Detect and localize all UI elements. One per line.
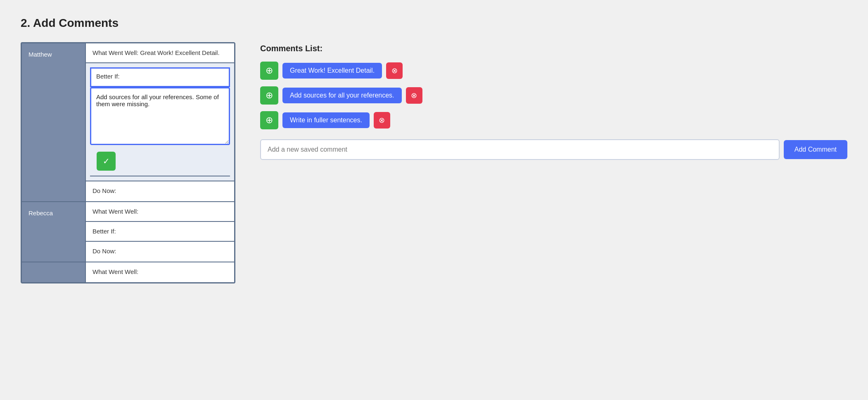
x-circle-icon-1: ⊗ bbox=[391, 66, 398, 75]
remove-comment-button-3[interactable]: ⊗ bbox=[374, 112, 390, 129]
add-comment-submit-button[interactable]: Add Comment bbox=[784, 140, 847, 159]
comment-item-2: ⊕ Add sources for all your references. ⊗ bbox=[260, 86, 847, 105]
student-row-matthew: Matthew What Went Well: Great Work! Exce… bbox=[22, 43, 234, 202]
matthew-confirm-button[interactable]: ✓ bbox=[97, 152, 116, 171]
new-comment-input[interactable] bbox=[260, 139, 780, 160]
comments-list-title: Comments List: bbox=[260, 44, 847, 53]
rebecca-better-if: Better If: bbox=[86, 222, 234, 242]
page-title: 2. Add Comments bbox=[21, 17, 847, 30]
plus-icon-3: ⊕ bbox=[266, 115, 273, 126]
comment-text-button-3[interactable]: Write in fuller sentences. bbox=[282, 112, 370, 128]
matthew-better-if-textarea[interactable]: Add sources for all your references. Som… bbox=[90, 87, 230, 145]
comment-item-1: ⊕ Great Work! Excellent Detail. ⊗ bbox=[260, 62, 847, 80]
matthew-what-went-well: What Went Well: Great Work! Excellent De… bbox=[86, 43, 234, 63]
matthew-feedback-col: What Went Well: Great Work! Excellent De… bbox=[86, 43, 234, 201]
x-circle-icon-2: ⊗ bbox=[411, 91, 417, 100]
student-name-rebecca: Rebecca bbox=[22, 202, 86, 262]
comment-text-button-1[interactable]: Great Work! Excellent Detail. bbox=[282, 63, 382, 79]
add-to-feedback-button-1[interactable]: ⊕ bbox=[260, 62, 278, 80]
student-name-partial bbox=[22, 262, 86, 282]
student-table: Matthew What Went Well: Great Work! Exce… bbox=[21, 42, 235, 283]
add-to-feedback-button-3[interactable]: ⊕ bbox=[260, 111, 278, 129]
comment-item-3: ⊕ Write in fuller sentences. ⊗ bbox=[260, 111, 847, 129]
rebecca-feedback-col: What Went Well: Better If: Do Now: bbox=[86, 202, 234, 262]
main-content: Matthew What Went Well: Great Work! Exce… bbox=[21, 42, 847, 283]
plus-icon-2: ⊕ bbox=[266, 90, 273, 101]
add-to-feedback-button-2[interactable]: ⊕ bbox=[260, 86, 278, 105]
matthew-confirm-wrapper: ✓ bbox=[90, 147, 230, 176]
partial-what-went-well: What Went Well: bbox=[86, 262, 234, 282]
student-name-matthew: Matthew bbox=[22, 43, 86, 201]
remove-comment-button-2[interactable]: ⊗ bbox=[406, 87, 422, 104]
matthew-better-if-wrapper: Better If: Add sources for all your refe… bbox=[86, 63, 234, 181]
rebecca-what-went-well: What Went Well: bbox=[86, 202, 234, 222]
remove-comment-button-1[interactable]: ⊗ bbox=[386, 62, 403, 79]
comments-panel: Comments List: ⊕ Great Work! Excellent D… bbox=[260, 42, 847, 160]
x-circle-icon-3: ⊗ bbox=[379, 116, 385, 125]
rebecca-do-now: Do Now: bbox=[86, 242, 234, 262]
partial-feedback-col: What Went Well: bbox=[86, 262, 234, 282]
matthew-better-if: Better If: bbox=[90, 67, 230, 87]
plus-icon-1: ⊕ bbox=[266, 65, 273, 76]
checkmark-icon: ✓ bbox=[103, 156, 110, 166]
new-comment-row: Add Comment bbox=[260, 139, 847, 160]
student-row-rebecca: Rebecca What Went Well: Better If: Do No… bbox=[22, 202, 234, 262]
comment-text-button-2[interactable]: Add sources for all your references. bbox=[282, 88, 402, 103]
student-row-partial: What Went Well: bbox=[22, 262, 234, 282]
matthew-do-now: Do Now: bbox=[86, 181, 234, 201]
